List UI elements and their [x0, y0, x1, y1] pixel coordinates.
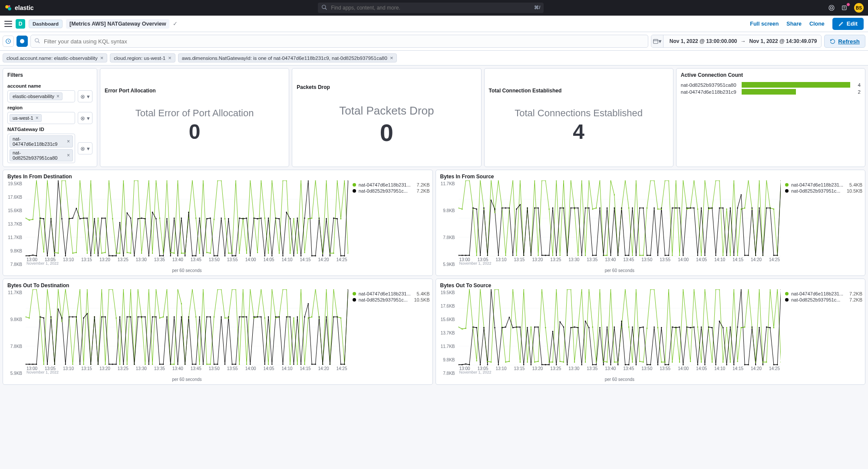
chip[interactable]: nat-04747d6e118b231c9×	[10, 135, 73, 148]
close-icon[interactable]: ×	[56, 93, 59, 99]
svg-point-127	[101, 217, 102, 219]
svg-point-178	[286, 212, 287, 213]
kql-input[interactable]	[30, 35, 648, 48]
svg-point-88	[286, 180, 287, 181]
control-account[interactable]: elastic-observability×	[7, 90, 75, 102]
global-search-input[interactable]	[318, 3, 544, 13]
refresh-button[interactable]: Refresh	[824, 35, 865, 48]
clone-link[interactable]: Clone	[809, 21, 825, 27]
close-icon[interactable]: ×	[100, 55, 104, 61]
svg-point-644	[777, 289, 778, 290]
close-icon[interactable]: ×	[390, 55, 393, 61]
svg-point-91	[297, 253, 298, 254]
chip[interactable]: us-west-1×	[10, 114, 42, 122]
breadcrumb-root[interactable]: Dashboard	[29, 20, 63, 28]
svg-point-41	[116, 253, 116, 254]
svg-point-618	[683, 289, 683, 290]
svg-point-520	[221, 316, 221, 318]
svg-point-355	[708, 207, 709, 209]
svg-point-481	[79, 364, 80, 365]
svg-point-658	[501, 327, 502, 328]
legend-item[interactable]: nat-0d8252b937951c...10.5KB	[785, 188, 862, 194]
control-expand[interactable]: ⊗ ▾	[78, 112, 92, 124]
svg-point-627	[715, 289, 716, 290]
legend-item[interactable]: nat-04747d6e118b231...7.2KB	[353, 182, 430, 187]
filter-pill[interactable]: cloud.region: us-west-1×	[110, 53, 175, 62]
filter-pill[interactable]: cloud.account.name: elastic-observabilit…	[3, 53, 107, 62]
svg-point-375	[780, 180, 781, 181]
svg-point-209	[505, 255, 506, 256]
legend-item[interactable]: nat-0d8252b937951c...10.5KB	[353, 297, 430, 302]
svg-point-623	[700, 361, 701, 363]
chart-plot[interactable]	[459, 180, 781, 256]
svg-point-268	[719, 180, 719, 181]
svg-point-617	[679, 361, 680, 363]
svg-point-471	[43, 317, 44, 318]
svg-point-479	[72, 316, 73, 318]
svg-point-630	[726, 327, 727, 328]
chart-plot[interactable]	[26, 289, 348, 365]
breadcrumb-leaf[interactable]: [Metrics AWS] NATGateway Overview	[66, 19, 169, 29]
svg-point-434	[235, 289, 236, 290]
svg-point-548	[322, 364, 323, 365]
svg-point-58	[177, 180, 178, 181]
metric-value: 0	[189, 120, 201, 144]
svg-point-336	[639, 207, 640, 209]
legend-item[interactable]: nat-0d8252b937951c...7.2KB	[353, 188, 430, 194]
svg-point-154	[199, 217, 200, 219]
user-avatar[interactable]: BS	[854, 3, 864, 13]
svg-point-246	[639, 255, 640, 256]
control-expand[interactable]: ⊗ ▾	[78, 90, 92, 102]
svg-point-681	[584, 321, 585, 322]
svg-point-29	[72, 253, 73, 254]
date-range-picker[interactable]: ▾ Nov 1, 2022 @ 13:00:00.000 → Nov 1, 20…	[651, 35, 822, 48]
control-region[interactable]: us-west-1×	[7, 112, 75, 124]
close-icon[interactable]: ×	[67, 138, 70, 144]
chip[interactable]: elastic-observability×	[10, 92, 63, 100]
legend-item[interactable]: nat-0d8252b937951c...7.2KB	[785, 297, 862, 302]
legend-item[interactable]: nat-04747d6e118b231...5.4KB	[785, 182, 862, 187]
chart-plot[interactable]	[459, 289, 781, 365]
svg-point-532	[264, 364, 265, 365]
svg-point-544	[308, 303, 309, 304]
close-icon[interactable]: ×	[67, 152, 70, 158]
svg-point-403	[123, 289, 124, 290]
control-expand[interactable]: ⊗ ▾	[78, 142, 92, 154]
nav-toggle-icon[interactable]	[4, 21, 12, 27]
svg-point-189	[326, 218, 327, 220]
svg-point-94	[308, 218, 309, 220]
saved-query-button[interactable]	[3, 36, 14, 47]
svg-point-53	[159, 217, 160, 219]
close-icon[interactable]: ×	[36, 115, 39, 121]
svg-point-132	[119, 222, 120, 223]
close-icon[interactable]: ×	[168, 55, 172, 61]
news-icon[interactable]	[841, 4, 848, 11]
svg-line-4	[325, 8, 327, 10]
legend-item[interactable]: nat-04747d6e118b231...5.4KB	[353, 291, 430, 296]
svg-point-455	[311, 316, 312, 318]
svg-point-582	[552, 361, 553, 363]
svg-point-546	[315, 364, 316, 365]
svg-point-423	[195, 316, 196, 318]
brand-logo[interactable]: elastic	[4, 4, 34, 12]
svg-point-108	[33, 254, 33, 256]
svg-point-138	[141, 217, 142, 219]
svg-point-219	[541, 180, 542, 181]
svg-point-448	[286, 289, 287, 290]
chart-plot[interactable]	[26, 180, 348, 256]
filter-add-button[interactable]	[17, 36, 28, 47]
svg-point-570	[508, 361, 509, 362]
app-badge[interactable]: D	[16, 19, 25, 29]
control-nat[interactable]: nat-04747d6e118b231c9×nat-0d8252b937951c…	[7, 134, 75, 163]
edit-button[interactable]: Edit	[832, 18, 864, 30]
svg-point-344	[668, 255, 669, 256]
legend-item[interactable]: nat-04747d6e118b231...7.2KB	[785, 291, 862, 296]
svg-point-110	[40, 217, 40, 219]
global-search[interactable]: ⌘/	[318, 3, 544, 13]
share-link[interactable]: Share	[786, 21, 802, 27]
filter-pill[interactable]: aws.dimensions.NatGatewayId: is one of n…	[178, 53, 397, 62]
help-icon[interactable]	[828, 4, 835, 11]
chip[interactable]: nat-0d8252b937951ca80×	[10, 149, 73, 161]
fullscreen-link[interactable]: Full screen	[750, 21, 779, 27]
svg-point-18	[33, 219, 33, 220]
